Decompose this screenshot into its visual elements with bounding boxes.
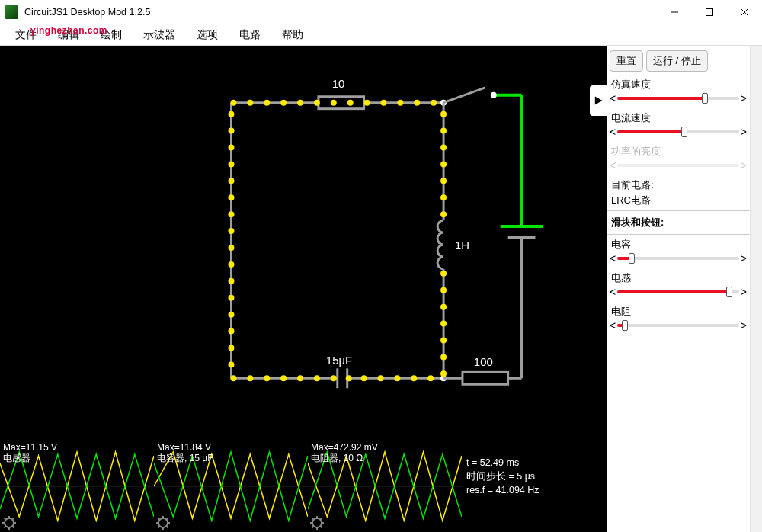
svg-line-110	[321, 527, 322, 528]
sim-step: 时间步长 = 5 µs	[466, 470, 602, 483]
chevron-right-icon[interactable]: >	[741, 93, 747, 104]
svg-point-55	[314, 375, 320, 381]
scope-1[interactable]: Max=11.15 V 电感器	[0, 441, 154, 532]
chevron-left-icon[interactable]: <	[610, 287, 616, 297]
svg-point-94	[158, 518, 168, 527]
svg-point-53	[346, 375, 352, 381]
chevron-right-icon[interactable]: >	[741, 287, 747, 297]
res-slider-label: 电阻	[607, 303, 750, 320]
svg-point-47	[440, 370, 447, 377]
menu-help[interactable]: 帮助	[273, 27, 312, 43]
svg-point-43	[440, 304, 447, 310]
reset-button[interactable]: 重置	[610, 50, 643, 72]
svg-point-51	[378, 375, 384, 381]
svg-point-30	[380, 100, 386, 106]
chevron-right-icon[interactable]: >	[741, 253, 747, 264]
sim-speed-slider[interactable]: < >	[607, 93, 750, 110]
label-r-bottom: 100	[474, 355, 493, 368]
minimize-button[interactable]	[657, 0, 692, 24]
svg-point-23	[264, 100, 270, 106]
chevron-left-icon[interactable]: <	[610, 253, 616, 264]
res-slider[interactable]: < >	[607, 320, 750, 337]
svg-point-64	[228, 312, 234, 318]
svg-point-27	[331, 100, 337, 106]
app-icon	[5, 5, 18, 19]
svg-point-31	[397, 100, 403, 106]
svg-line-90	[13, 527, 14, 528]
svg-point-60	[230, 375, 236, 381]
svg-point-44	[440, 321, 447, 327]
menu-scope[interactable]: 示波器	[134, 27, 184, 43]
svg-point-28	[347, 100, 354, 106]
svg-point-84	[5, 518, 14, 527]
svg-line-10	[443, 88, 485, 103]
vertical-scrollbar[interactable]	[750, 46, 762, 532]
svg-point-72	[228, 178, 234, 184]
scope-2[interactable]: Max=11.84 V 电容器, 15 µF	[154, 441, 308, 532]
chevron-left-icon[interactable]: <	[610, 93, 616, 104]
scope-1-settings[interactable]	[2, 515, 17, 530]
svg-point-25	[297, 100, 303, 106]
sliders-section-head: 滑块和按钮:	[607, 213, 750, 232]
ind-slider-label: 电感	[607, 270, 750, 287]
chevron-right-icon[interactable]: >	[741, 127, 747, 137]
svg-point-63	[228, 328, 234, 335]
scope-1-label: 电感器	[3, 453, 30, 463]
maximize-button[interactable]	[692, 0, 727, 24]
menu-circuit[interactable]: 电路	[230, 27, 270, 43]
svg-point-82	[491, 92, 497, 98]
current-speed-label: 电流速度	[607, 110, 750, 127]
simulation-info: t = 52.49 ms 时间步长 = 5 µs res.f = 41.094 …	[462, 441, 607, 532]
current-circuit-name: LRC电路	[607, 194, 750, 209]
chevron-right-icon[interactable]: >	[741, 320, 747, 331]
svg-point-67	[228, 261, 234, 268]
scope-3[interactable]: Max=472.92 mV 电阻器, 10 Ω	[308, 441, 462, 532]
svg-rect-7	[319, 97, 364, 109]
svg-point-36	[440, 145, 447, 151]
svg-point-52	[361, 375, 367, 381]
run-stop-button[interactable]: 运行 / 停止	[646, 50, 708, 72]
scope-3-max: Max=472.92 mV	[311, 442, 378, 453]
current-speed-slider[interactable]: < >	[607, 127, 750, 143]
scope-3-settings[interactable]	[309, 515, 325, 530]
svg-point-59	[247, 375, 253, 381]
svg-point-62	[228, 345, 234, 351]
svg-line-112	[312, 527, 314, 528]
chevron-right-icon: >	[741, 160, 747, 171]
power-brightness-slider: < >	[607, 160, 750, 177]
svg-point-34	[440, 111, 447, 117]
svg-point-48	[427, 375, 434, 381]
svg-point-22	[247, 100, 253, 106]
svg-point-42	[440, 287, 447, 293]
svg-point-57	[280, 375, 287, 381]
scope-3-label: 电阻器, 10 Ω	[311, 453, 363, 463]
svg-point-71	[228, 194, 234, 200]
svg-point-104	[312, 518, 322, 527]
cap-slider-label: 电容	[607, 236, 750, 253]
collapse-tab-button[interactable]	[590, 85, 607, 116]
scope-1-max: Max=11.15 V	[3, 442, 57, 453]
svg-line-92	[5, 527, 6, 528]
scope-2-settings[interactable]	[155, 515, 171, 530]
scope-2-label: 电容器, 15 µF	[157, 453, 213, 463]
ind-slider[interactable]: < >	[607, 287, 750, 303]
chevron-left-icon[interactable]: <	[610, 127, 616, 137]
svg-line-102	[158, 527, 160, 528]
current-circuit-label: 目前电路:	[607, 177, 750, 194]
svg-point-70	[228, 211, 234, 217]
sim-speed-label: 仿真速度	[607, 76, 750, 93]
svg-point-24	[280, 100, 287, 106]
svg-marker-4	[595, 96, 603, 104]
svg-point-46	[440, 354, 447, 360]
label-cap: 15µF	[326, 354, 352, 367]
chevron-left-icon[interactable]: <	[610, 320, 616, 331]
menu-options[interactable]: 选项	[187, 27, 227, 43]
svg-line-109	[312, 518, 314, 520]
power-brightness-label: 功率的亮度	[607, 143, 750, 160]
scopes-row: Max=11.15 V 电感器 Max=11.84 V 电容器, 15 µF	[0, 441, 607, 532]
circuit-canvas[interactable]: 10 1H 15µF 100	[0, 46, 607, 441]
label-inductor: 1H	[455, 239, 469, 252]
close-button[interactable]	[727, 0, 762, 24]
cap-slider[interactable]: < >	[607, 253, 750, 270]
scope-2-max: Max=11.84 V	[157, 442, 211, 453]
